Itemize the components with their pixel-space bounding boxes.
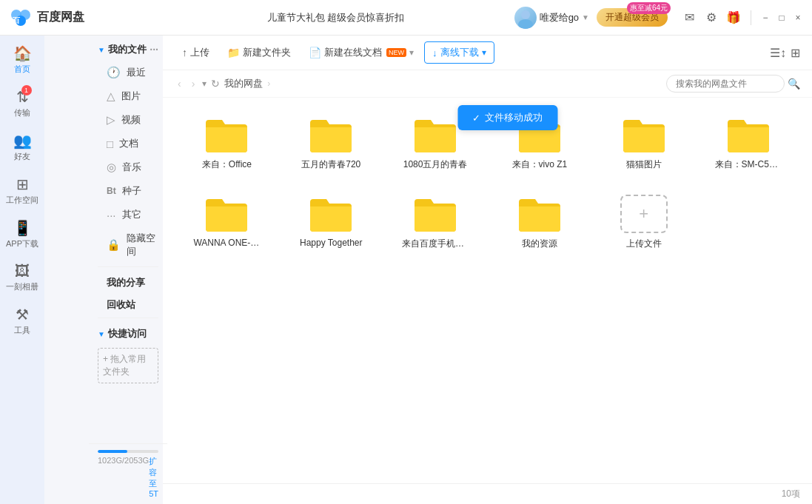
sidebar-item-videos[interactable]: ▷ 视频 — [89, 108, 167, 132]
upload-placeholder-label: 上传文件 — [626, 238, 662, 250]
sidebar-item-transfer[interactable]: ⇅ 1 传输 — [3, 82, 41, 124]
folder-item-f5[interactable]: 猫猫图片 — [594, 110, 693, 177]
folder-item-f2[interactable]: 五月的青春720 — [282, 110, 380, 177]
my-share-label[interactable]: 我的分享 — [89, 270, 167, 292]
settings-icon[interactable]: ⚙ — [703, 10, 719, 26]
path-dropdown-icon[interactable]: ▾ — [202, 78, 207, 89]
videos-icon: ▷ — [107, 113, 115, 127]
quick-access-arrow-icon: ▼ — [98, 330, 105, 338]
folder-icon-f6 — [725, 115, 772, 154]
dropdown-arrow-icon: ▼ — [582, 13, 589, 21]
offline-download-button[interactable]: ↓ 离线下载 ▾ — [424, 41, 494, 64]
sidebar-label-bt: 种子 — [122, 184, 141, 198]
folder-icon-f5 — [620, 115, 668, 154]
avatar — [514, 7, 537, 29]
storage-area: 1023G/2053G 扩容至5T — [89, 443, 167, 504]
recycle-label[interactable]: 回收站 — [89, 292, 167, 315]
toolbar-right: ☰↕ ⊞ — [770, 46, 800, 60]
sidebar-item-music[interactable]: ◎ 音乐 — [89, 155, 167, 179]
transfer-badge-area: ⇅ 1 — [16, 88, 29, 106]
vip-badge: 惠至减64元 — [627, 2, 671, 14]
sidebar-item-recent[interactable]: 🕐 最近 — [89, 61, 167, 84]
sidebar-item-docs[interactable]: □ 文档 — [89, 132, 167, 155]
new-doc-button[interactable]: 📄 新建在线文档 NEW ▾ — [301, 42, 421, 63]
sidebar-item-appdownload[interactable]: 📱 APP下载 — [3, 213, 41, 255]
upload-box: + — [620, 195, 668, 233]
minimize-button[interactable]: − — [760, 13, 771, 23]
home-icon: 🏠 — [13, 44, 32, 62]
breadcrumb-root[interactable]: 我的网盘 — [224, 77, 263, 90]
sidebar-item-workspace[interactable]: ⊞ 工作空间 — [3, 169, 41, 212]
forward-button[interactable]: › — [189, 76, 198, 91]
sidebar-item-friends[interactable]: 👥 好友 — [3, 126, 41, 168]
topbar-right: 唯爱给go ▼ 开通超级会员 惠至减64元 ✉ ⚙ 🎁 − □ × — [514, 7, 803, 29]
upload-placeholder[interactable]: + 上传文件 — [594, 189, 693, 256]
search-input[interactable] — [666, 75, 785, 93]
sidebar-label-videos: 视频 — [121, 113, 141, 127]
download-dropdown-icon: ▾ — [482, 47, 486, 58]
bottom-bar: 10项 — [163, 483, 812, 504]
sidebar-item-album[interactable]: 🖼 一刻相册 — [3, 257, 41, 298]
sidebar-item-home[interactable]: 🏠 首页 — [3, 38, 41, 81]
sidebar-label-other: 其它 — [122, 208, 141, 221]
search-icon[interactable]: 🔍 — [788, 78, 800, 90]
my-files-header[interactable]: ▼ 我的文件 ··· — [89, 36, 167, 61]
storage-bar-track — [98, 450, 158, 453]
vip-button[interactable]: 开通超级会员 惠至减64元 — [597, 8, 668, 27]
storage-expand-button[interactable]: 扩容至5T — [149, 456, 158, 498]
mail-icon[interactable]: ✉ — [681, 10, 697, 26]
friends-icon: 👥 — [13, 132, 32, 149]
breadcrumb-separator: › — [267, 78, 270, 89]
folder-item-f7[interactable]: WANNA ONE-1... — [178, 189, 276, 256]
logo-area: 百 百度网盘 — [9, 6, 157, 30]
sidebar-label-music: 音乐 — [122, 161, 141, 174]
back-button[interactable]: ‹ — [175, 76, 184, 91]
transfer-badge: 1 — [21, 85, 32, 95]
sort-icon[interactable]: ☰↕ — [770, 46, 786, 60]
toast-message: 文件移动成功 — [485, 111, 543, 124]
new-folder-label: 新建文件夹 — [243, 46, 291, 59]
main-layout: 🏠 首页 ⇅ 1 传输 👥 好友 ⊞ 工作空间 📱 APP下载 — [0, 36, 812, 504]
my-files-arrow-icon: ▼ — [98, 46, 105, 54]
music-icon: ◎ — [107, 161, 116, 174]
maximize-button[interactable]: □ — [776, 13, 787, 23]
sidebar-item-hidden[interactable]: 🔒 隐藏空间 — [89, 226, 167, 263]
sidebar-divider-2 — [98, 317, 158, 318]
folder-item-f9[interactable]: 来自百度手机浏... — [386, 189, 485, 256]
avatar-area[interactable]: 唯爱给go ▼ — [514, 7, 589, 29]
quick-access-add[interactable]: + 拖入常用文件夹 — [98, 348, 158, 383]
folder-icon-f7 — [203, 195, 250, 233]
folder-name-f7: WANNA ONE-1... — [193, 238, 260, 248]
folder-item-f1[interactable]: 来自：Office — [178, 110, 276, 177]
sidebar-item-other[interactable]: ··· 其它 — [89, 203, 167, 226]
upload-icon: ↑ — [182, 47, 187, 58]
sidebar-divider-1 — [98, 266, 158, 267]
new-folder-button[interactable]: 📁 新建文件夹 — [220, 42, 298, 63]
refresh-button[interactable]: ↻ — [211, 78, 220, 90]
view-toggle-icon[interactable]: ⊞ — [791, 46, 800, 60]
folder-item-f8[interactable]: Happy Together — [282, 189, 380, 256]
my-files-label: 我的文件 — [108, 43, 147, 56]
quick-access-header[interactable]: ▼ 快捷访问 — [89, 321, 167, 343]
upload-plus-icon: + — [639, 204, 648, 224]
nav-label-appdownload: APP下载 — [6, 238, 38, 249]
close-button[interactable]: × — [793, 13, 803, 23]
sidebar-item-tools[interactable]: ⚒ 工具 — [3, 300, 41, 342]
quick-access-placeholder: + 拖入常用文件夹 — [103, 353, 153, 378]
hidden-icon: 🔒 — [107, 238, 121, 252]
appdownload-icon: 📱 — [13, 219, 32, 237]
upload-button[interactable]: ↑ 上传 — [175, 42, 217, 63]
upload-label: 上传 — [190, 46, 209, 59]
folder-icon-f9 — [412, 195, 459, 233]
gift-icon[interactable]: 🎁 — [725, 10, 742, 26]
toast-success: ✓ 文件移动成功 — [457, 105, 557, 130]
sidebar-item-bt[interactable]: Bt 种子 — [89, 179, 167, 203]
sidebar-item-photos[interactable]: △ 图片 — [89, 84, 167, 108]
nav-label-friends: 好友 — [14, 151, 30, 162]
quick-access-label: 快捷访问 — [108, 327, 147, 340]
docs-icon: □ — [107, 138, 113, 150]
folder-item-f10[interactable]: 我的资源 — [490, 189, 588, 256]
folder-item-f6[interactable]: 来自：SM-C5000 — [699, 110, 797, 177]
nav-label-tools: 工具 — [14, 325, 30, 336]
svg-text:百: 百 — [13, 16, 21, 24]
